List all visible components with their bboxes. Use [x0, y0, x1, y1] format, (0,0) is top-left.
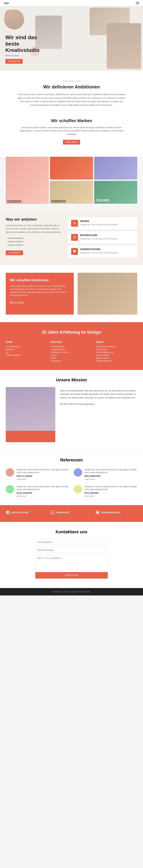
kontakt-email-input[interactable] — [35, 539, 108, 545]
design-text: Sample text. Click to select the Text El… — [80, 223, 118, 226]
img-label-4: Bilder von Freepik — [51, 200, 66, 203]
design-icon: 🎨 — [71, 220, 78, 227]
img-block-2 — [50, 157, 93, 180]
footer-col-oeffnung-title: 🕐 ÖFFNUNGSZEITEN — [96, 510, 137, 515]
ref-text-3: Sample text. Click to select the text bo… — [17, 485, 69, 491]
entwicklung-card-content: ENTWICKLUNG Sample text. Click to select… — [80, 234, 118, 240]
img-label-colors: COLORS! — [96, 199, 110, 202]
ref-link-1[interactable]: LERN MEHR — [17, 478, 26, 480]
image-grid: Bilder von Freepik Bilder von Freepik CO… — [6, 157, 137, 204]
anbieten-left: Was wir anbieten Lorem ipsum dolor sit a… — [6, 217, 64, 257]
ref-content-3: Sample text. Click to select the text bo… — [17, 485, 69, 498]
anbieten-cta-button[interactable]: LERN MEHR — [6, 250, 23, 255]
unterstuetzung-icon: 💬 — [71, 248, 78, 255]
erlebnisse-right — [78, 273, 137, 315]
service-card-entwicklung: ⚙ ENTWICKLUNG Sample text. Click to sele… — [68, 231, 137, 243]
ref-link-4[interactable]: LERN MEHR — [85, 495, 95, 497]
unterstuetzung-text: Sample text. Click to select the Text El… — [80, 251, 118, 254]
define-section: WAS WIR TUN Wir definieren Ambitionen Lo… — [0, 71, 143, 116]
logo: logo — [4, 2, 9, 4]
jahre-digital-item-1: Informationsarchitektur — [96, 345, 137, 348]
anbieten-list-item-1: ›Sample Anbieten — [6, 237, 64, 240]
kontakt-form: ANZEIGEN — [35, 539, 108, 579]
ref-link-2[interactable]: LERN MEHR — [85, 478, 95, 480]
menu-line1 — [136, 2, 139, 2]
jahre-branding-item-2: Logoentwicklung — [51, 348, 92, 351]
ref-avatar-1 — [6, 468, 14, 476]
anbieten-right: 🎨 DESIGN Sample text. Click to select th… — [68, 217, 137, 257]
marken-cta-button[interactable]: LERN MEHR — [63, 140, 80, 145]
img-block-3 — [94, 157, 137, 180]
jahre-list-digital: Informationsarchitektur UI/UX-Design Dom… — [96, 345, 137, 362]
unterstuetzung-title: UNTERSTÜTZUNG — [80, 248, 118, 251]
ref-content-2: Sample text. Click to select the text bo… — [85, 468, 137, 480]
mission-text-content: Jedem das DesignStudio Team die Zeit gen… — [60, 387, 137, 442]
erlebnisse-text: Ut tellus elementum sagittis vitae et le… — [10, 285, 70, 297]
jahre-branding-item-6: Kampagnen — [51, 360, 92, 362]
img-block-5: COLORS! — [94, 181, 137, 204]
kontakt-heading: Kontaktiere uns — [6, 529, 137, 534]
hamburger-menu[interactable] — [136, 2, 139, 4]
menu-line2 — [136, 3, 139, 3]
mission-text-2: Alle Weil, Wert und Planungsgruppen. — [60, 402, 137, 406]
mission-content: Jedem das DesignStudio Team die Zeit gen… — [6, 387, 137, 442]
footer-bottom: Sample text. Click to select the Text El… — [0, 588, 143, 595]
img-label-1: Bilder von Freepik — [7, 200, 21, 203]
mission-image — [6, 387, 55, 442]
referenzen-section: Referenzen Sample text. Click to select … — [0, 450, 143, 505]
anbieten-heading: Was wir anbieten — [6, 217, 64, 222]
footer-col-standorte-title: 📍 STANDORTE — [50, 510, 92, 515]
jahre-digital-item-6: Digitale Erfahrung — [96, 360, 137, 362]
hero-img-person-right — [107, 23, 141, 69]
ref-link-3[interactable]: LERN MEHR — [17, 495, 26, 497]
mission-heading: Unsere Mission — [6, 377, 137, 382]
menu-line3 — [136, 4, 139, 4]
service-card-design: 🎨 DESIGN Sample text. Click to select th… — [68, 217, 137, 229]
standorte-icon: 📍 — [50, 510, 55, 515]
kontakt-name-input[interactable] — [35, 547, 108, 553]
ref-card-1: Sample text. Click to select the text bo… — [6, 468, 69, 480]
img-block-1: Bilder von Freepik — [6, 157, 49, 204]
erlebnisse-heading: Wir schaffen Erlebnisse — [10, 278, 70, 282]
ref-text-1: Sample text. Click to select the text bo… — [17, 468, 69, 474]
unterstuetzung-card-content: UNTERSTÜTZUNG Sample text. Click to sele… — [80, 248, 118, 254]
jahre-heading: 25 Jahre Erfahrung im Design — [6, 330, 137, 335]
service-card-unterstuetzung: 💬 UNTERSTÜTZUNG Sample text. Click to se… — [68, 245, 137, 257]
footer-text: Sample text. Click to select the Text El… — [6, 591, 137, 593]
ref-content-1: Sample text. Click to select the text bo… — [17, 468, 69, 480]
jahre-branding-item-1: Identitätsdesign — [51, 345, 92, 348]
footer-col-daten-title: 📊 DATEN FÜR UNS — [6, 510, 47, 515]
ref-avatar-2 — [74, 468, 82, 476]
referenzen-heading: Referenzen — [6, 458, 137, 463]
ref-avatar-3 — [6, 485, 14, 494]
entwicklung-title: ENTWICKLUNG — [80, 234, 118, 237]
jahre-col-inhalt-title: Inhalt — [6, 340, 47, 343]
hero-section: Wir sind das beste Kreativstudio Klein i… — [0, 6, 143, 71]
jahre-branding-item-3: Strategische Leitung — [51, 351, 92, 354]
jahre-digital-item-3: Domainregistrierung — [96, 351, 137, 354]
jahre-inhalt-item-4: Sample Anbieten — [6, 354, 47, 356]
define-title: Wir definieren Ambitionen — [6, 84, 137, 90]
jahre-inhalt-item-2: Animation — [6, 348, 47, 351]
anbieten-list-item-3: ›Sample Anbieten — [6, 243, 64, 247]
hero-content: Wir sind das beste Kreativstudio Klein i… — [5, 34, 47, 64]
footer-col-standorte: 📍 STANDORTE — [50, 510, 92, 517]
jahre-col-branding: Branding Identitätsdesign Logoentwicklun… — [51, 340, 92, 362]
footer-nav-section: 📊 DATEN FÜR UNS 📍 STANDORTE 🕐 ÖFFNUNGSZE… — [0, 505, 143, 522]
marken-section: Wir schaffen Marken Lorem ipsum dolor si… — [0, 116, 143, 157]
design-title: DESIGN — [80, 220, 118, 222]
erlebnisse-link[interactable]: Bild von Freepik — [10, 301, 24, 303]
jahre-col-digital-title: Digital — [96, 340, 137, 343]
marken-text: Lorem ipsum dolor sit amet, consectetur … — [18, 126, 125, 136]
erlebnisse-left: Wir schaffen Erlebnisse Ut tellus elemen… — [6, 273, 74, 315]
footer-col-daten: 📊 DATEN FÜR UNS — [6, 510, 47, 517]
anbieten-list-item-2: ›Sample Anbieten — [6, 240, 64, 243]
hero-cta-button[interactable]: LERN MEHR — [5, 59, 23, 64]
ref-card-3: Sample text. Click to select the text bo… — [6, 485, 69, 498]
jahre-list-inhalt: Inhaltserfassung Animation o.Ä. Sample A… — [6, 345, 47, 356]
jahre-grid: Inhalt Inhaltserfassung Animation o.Ä. S… — [6, 340, 137, 362]
design-card-content: DESIGN Sample text. Click to select the … — [80, 220, 118, 226]
jahre-branding-item-5: Bücher — [51, 356, 92, 360]
kontakt-submit-button[interactable]: ANZEIGEN — [35, 572, 108, 579]
kontakt-message-input[interactable] — [35, 555, 108, 570]
